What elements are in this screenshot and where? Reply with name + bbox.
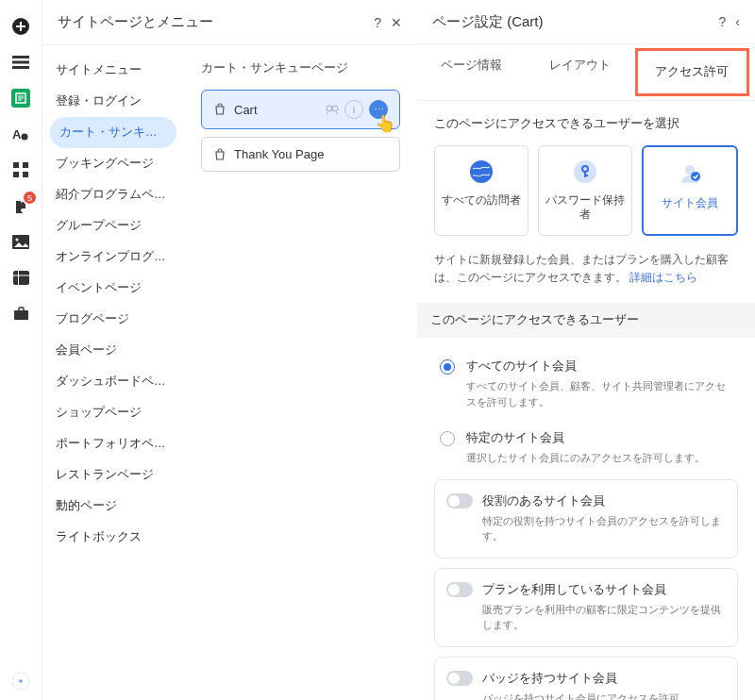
toggle-switch[interactable]: [446, 493, 473, 508]
toggle-label: バッジを持つサイト会員: [482, 671, 724, 687]
svg-rect-11: [23, 162, 28, 168]
svg-point-21: [19, 679, 23, 683]
menu-item[interactable]: ショップページ: [42, 397, 184, 428]
sections-icon[interactable]: [11, 53, 30, 72]
toggle-switch[interactable]: [446, 671, 473, 686]
visitor-option-password[interactable]: パスワード保持者: [538, 145, 632, 236]
pages-panel-header: サイトページとメニュー ? ✕: [42, 0, 417, 45]
svg-line-25: [336, 112, 338, 114]
svg-rect-1: [12, 56, 29, 58]
visitor-option-members[interactable]: サイト会員: [642, 145, 738, 236]
menu-item[interactable]: ライトボックス: [42, 522, 184, 553]
key-icon: [545, 159, 626, 184]
add-icon[interactable]: [11, 17, 30, 36]
info-icon[interactable]: i: [344, 100, 363, 119]
svg-rect-19: [14, 310, 28, 320]
access-note: サイトに新規登録した会員、またはプランを購入した顧客は、このページにアクセスでき…: [434, 251, 738, 286]
radio-specific-members[interactable]: 特定のサイト会員 選択したサイト会員にのみアクセスを許可します。: [434, 423, 738, 479]
media-icon[interactable]: [11, 232, 30, 251]
back-icon[interactable]: ‹: [735, 14, 740, 29]
visitor-options: すべての訪問者 パスワード保持者 サイト会員: [434, 145, 738, 236]
menu-item[interactable]: ダッシュボードページ: [42, 366, 184, 397]
access-desc: このページにアクセスできるユーザーを選択: [434, 116, 738, 132]
apps-icon[interactable]: [11, 160, 30, 179]
section-label: カート・サンキューページ: [201, 60, 400, 76]
toggle-desc: 販売プランを利用中の顧客に限定コンテンツを提供します。: [482, 602, 724, 633]
svg-line-24: [327, 112, 328, 114]
radio-input[interactable]: [440, 431, 455, 446]
page-card-actions: i ⋯: [326, 100, 388, 119]
data-icon[interactable]: [11, 268, 30, 287]
settings-panel: ページ設定 (Cart) ? ‹ ページ情報 レイアウト アクセス許可 このペー…: [417, 0, 755, 700]
page-card-label: Cart: [234, 103, 318, 117]
settings-panel-header: ページ設定 (Cart) ? ‹: [417, 0, 755, 44]
svg-point-32: [691, 172, 700, 181]
svg-rect-10: [13, 162, 19, 168]
page-card-thankyou[interactable]: Thank You Page: [201, 137, 400, 172]
sub-header: このページにアクセスできるユーザー: [417, 303, 755, 338]
toggle-label: プランを利用しているサイト会員: [482, 582, 724, 598]
menu-item[interactable]: ポートフォリオページ: [42, 428, 184, 459]
page-card-label: Thank You Page: [234, 147, 388, 161]
addons-badge: 5: [24, 192, 36, 204]
tab-page-info[interactable]: ページ情報: [417, 44, 526, 100]
menu-item[interactable]: オンラインプログラ...: [42, 242, 184, 273]
close-icon[interactable]: ✕: [391, 15, 402, 30]
svg-text:A: A: [12, 127, 22, 142]
svg-point-23: [332, 106, 338, 111]
page-card-cart[interactable]: Cart i ⋯ 👆: [201, 90, 400, 129]
svg-rect-3: [12, 66, 29, 69]
toggle-switch[interactable]: [446, 582, 473, 597]
more-icon[interactable]: ⋯: [369, 100, 388, 119]
menu-item-selected[interactable]: カート・サンキュー...: [50, 117, 176, 148]
design-icon[interactable]: A: [11, 125, 30, 143]
svg-point-26: [470, 160, 493, 183]
toggle-badges: バッジを持つサイト会員 バッジを持つサイト会員にアクセスを許可: [434, 657, 738, 700]
menu-item[interactable]: 会員ページ: [42, 335, 184, 366]
addons-icon[interactable]: 5: [11, 196, 30, 215]
help-icon[interactable]: ?: [719, 14, 727, 29]
help-icon[interactable]: ?: [374, 15, 381, 30]
svg-rect-12: [13, 172, 19, 177]
toggle-desc: 特定の役割を持つサイト会員のアクセスを許可します。: [482, 513, 724, 544]
menu-item[interactable]: グループページ: [42, 210, 184, 242]
details-link[interactable]: 詳細はこちら: [629, 272, 697, 283]
user-icon[interactable]: [11, 672, 30, 691]
menu-item[interactable]: レストランページ: [42, 459, 184, 491]
toggle-roles: 役割のあるサイト会員 特定の役割を持つサイト会員のアクセスを許可します。: [434, 479, 738, 558]
toggle-desc: バッジを持つサイト会員にアクセスを許可: [482, 691, 724, 700]
radio-label: すべてのサイト会員: [466, 358, 732, 375]
radio-input[interactable]: [440, 359, 455, 375]
visitor-option-everyone[interactable]: すべての訪問者: [434, 145, 528, 236]
menu-item[interactable]: 動的ページ: [42, 491, 184, 522]
settings-tabs: ページ情報 レイアウト アクセス許可: [417, 44, 755, 101]
pages-icon[interactable]: [11, 89, 30, 108]
menu-item[interactable]: 登録・ログイン: [42, 86, 184, 117]
bag-icon: [213, 103, 226, 116]
tab-layout[interactable]: レイアウト: [526, 44, 634, 100]
left-rail: A 5: [0, 0, 42, 700]
pages-content: カート・サンキューページ Cart i ⋯ 👆 Thank You Page: [184, 45, 417, 700]
business-icon[interactable]: [11, 304, 30, 323]
menu-item[interactable]: イベントページ: [42, 273, 184, 304]
radio-desc: 選択したサイト会員にのみアクセスを許可します。: [466, 450, 705, 466]
toggle-label: 役割のあるサイト会員: [482, 493, 724, 509]
tab-permissions[interactable]: アクセス許可: [635, 48, 749, 96]
menu-item[interactable]: 紹介プログラムページ: [42, 179, 184, 210]
settings-body: このページにアクセスできるユーザーを選択 すべての訪問者 パスワード保持者 サイ…: [417, 101, 755, 700]
pages-panel: サイトページとメニュー ? ✕ サイトメニュー 登録・ログイン カート・サンキュ…: [42, 0, 417, 700]
member-icon: [649, 160, 730, 187]
menu-item[interactable]: ブッキングページ: [42, 148, 184, 179]
menu-item[interactable]: ブログページ: [42, 304, 184, 335]
radio-all-members[interactable]: すべてのサイト会員 すべてのサイト会員、顧客、サイト共同管理者にアクセスを許可し…: [434, 351, 738, 423]
svg-rect-2: [12, 61, 29, 64]
bag-icon: [213, 148, 226, 161]
radio-desc: すべてのサイト会員、顧客、サイト共同管理者にアクセスを許可します。: [466, 378, 732, 409]
pages-menu: サイトメニュー 登録・ログイン カート・サンキュー... ブッキングページ 紹介…: [42, 45, 184, 700]
visitor-option-label: すべての訪問者: [441, 193, 522, 208]
settings-panel-title: ページ設定 (Cart): [432, 13, 710, 31]
radio-label: 特定のサイト会員: [466, 430, 705, 446]
menu-item[interactable]: サイトメニュー: [42, 55, 184, 86]
visitor-option-label: パスワード保持者: [545, 193, 626, 222]
svg-point-15: [16, 238, 19, 241]
